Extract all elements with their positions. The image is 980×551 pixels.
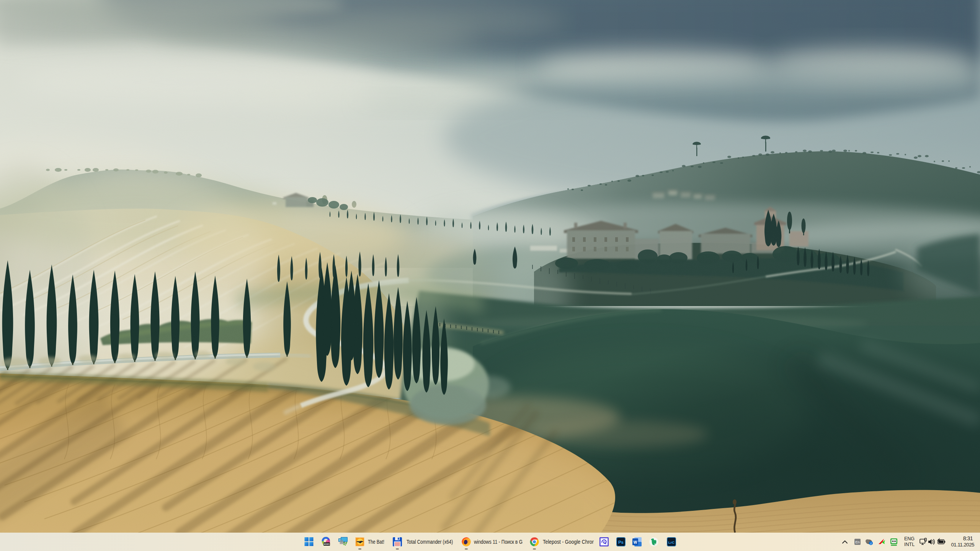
svg-text:01.11.2025: 01.11.2025 — [951, 542, 974, 548]
svg-text:ENG: ENG — [904, 536, 915, 541]
svg-text:W: W — [634, 540, 637, 544]
svg-text:8:31: 8:31 — [963, 535, 973, 541]
svg-text:INTL: INTL — [904, 542, 915, 547]
svg-text:Telepost - Google Chror: Telepost - Google Chror — [543, 538, 594, 545]
svg-text:The Bat!: The Bat! — [368, 538, 384, 545]
svg-text:M365: M365 — [324, 543, 330, 545]
svg-text:Total Commander (x64): Total Commander (x64) — [407, 538, 453, 545]
svg-text:En: En — [855, 540, 860, 544]
svg-text:Ps: Ps — [618, 540, 624, 544]
svg-text:LrC: LrC — [668, 540, 675, 544]
svg-text:windows 11 - Поиск в G: windows 11 - Поиск в G — [474, 538, 523, 545]
